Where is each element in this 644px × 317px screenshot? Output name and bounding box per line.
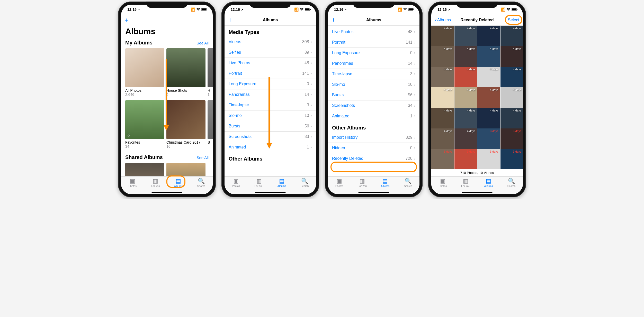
photo-thumbnail[interactable]: 3 days: [477, 128, 500, 151]
add-button[interactable]: +: [125, 16, 129, 24]
list-row-videos[interactable]: Videos 308 ›: [225, 37, 316, 47]
see-all-link[interactable]: See All: [196, 41, 209, 45]
see-all-link[interactable]: See All: [196, 155, 209, 160]
list-row-panoramas[interactable]: Panoramas 14 ›: [328, 58, 419, 69]
photo-thumbnail[interactable]: 3 days: [477, 149, 500, 169]
list-row-slo-mo[interactable]: Slo-mo 10 ›: [328, 79, 419, 90]
album-item[interactable]: House Shots 6: [166, 48, 205, 97]
photo-thumbnail[interactable]: 4 days: [500, 46, 523, 69]
list-row-time-lapse[interactable]: Time-lapse 3 ›: [328, 69, 419, 79]
photo-thumbnail[interactable]: 4 days: [477, 87, 500, 110]
home-indicator[interactable]: [462, 192, 493, 193]
album-item[interactable]: ♡ Favorites 34: [125, 100, 164, 148]
list-row-portrait[interactable]: Portrait 141 ›: [328, 37, 419, 48]
tab-for-you[interactable]: ▥For You: [250, 178, 268, 188]
tab-for-you[interactable]: ▥For You: [147, 178, 165, 188]
battery-icon: [201, 7, 208, 12]
chevron-right-icon: ›: [414, 82, 415, 87]
photo-thumbnail[interactable]: 4 days: [454, 87, 477, 110]
tab-albums[interactable]: ▤Albums: [376, 178, 394, 188]
album-item[interactable]: All Photos 2,646: [125, 48, 164, 97]
days-remaining: 4 days: [444, 68, 452, 71]
chevron-right-icon: ›: [311, 134, 312, 139]
list-row-recently-deleted[interactable]: Recently Deleted 720 ›: [328, 153, 419, 164]
list-row-screenshots[interactable]: Screenshots 34 ›: [328, 100, 419, 111]
add-button[interactable]: +: [332, 16, 335, 24]
photo-thumbnail[interactable]: 3 days: [454, 149, 477, 169]
album-item[interactable]: Christmas Card 2017 16: [166, 100, 205, 148]
photo-thumbnail[interactable]: 4 days: [477, 26, 500, 48]
list-row-long-exposure[interactable]: Long Exposure 0 ›: [225, 79, 316, 89]
photo-thumbnail[interactable]: 3 days: [431, 149, 454, 169]
days-remaining: 4 days: [490, 68, 498, 71]
photo-thumbnail[interactable]: 4 days: [454, 108, 477, 130]
photo-thumbnail[interactable]: 4 days: [431, 26, 454, 48]
nav-bar: +: [121, 14, 213, 26]
list-row-selfies[interactable]: Selfies 89 ›: [225, 47, 316, 58]
list-row-long-exposure[interactable]: Long Exposure 0 ›: [328, 48, 419, 58]
photo-thumbnail[interactable]: 3 days: [500, 128, 523, 151]
photo-thumbnail[interactable]: 4 days: [431, 108, 454, 130]
list-row-animated[interactable]: Animated 1 ›: [328, 111, 419, 121]
days-remaining: 4 days: [444, 27, 452, 30]
home-indicator[interactable]: [255, 192, 286, 193]
heart-icon: ♡: [127, 133, 130, 138]
photo-thumbnail[interactable]: 4 days: [431, 128, 454, 151]
photo-thumbnail[interactable]: 4 days: [500, 26, 523, 48]
photo-thumbnail[interactable]: 4 days: [431, 46, 454, 69]
battery-icon: [408, 7, 414, 12]
tab-search[interactable]: 🔍Search: [503, 178, 521, 188]
list-row-time-lapse[interactable]: Time-lapse 3 ›: [225, 100, 316, 110]
photo-thumbnail[interactable]: 4 days: [454, 67, 477, 89]
photo-thumbnail[interactable]: 4 days: [477, 108, 500, 130]
album-item[interactable]: [166, 163, 205, 176]
nav-bar: + Albums: [225, 14, 316, 26]
list-row-bursts[interactable]: Bursts 56 ›: [328, 90, 419, 100]
list-row-live-photos[interactable]: Live Photos 48 ›: [225, 58, 316, 68]
album-item[interactable]: S: [208, 100, 213, 148]
tab-photos[interactable]: ▣Photos: [227, 178, 245, 188]
tab-search[interactable]: 🔍Search: [296, 178, 314, 188]
album-name: H: [208, 87, 213, 92]
photo-thumbnail[interactable]: 4 days: [477, 46, 500, 69]
add-button[interactable]: +: [228, 16, 232, 24]
photo-thumbnail[interactable]: 3 days: [500, 149, 523, 169]
photo-thumbnail[interactable]: 4 days: [454, 128, 477, 151]
tab-photos[interactable]: ▣Photos: [124, 178, 142, 188]
select-button[interactable]: Select: [508, 18, 519, 22]
tab-search[interactable]: 🔍Search: [192, 178, 210, 188]
list-row-portrait[interactable]: Portrait 141 ›: [225, 68, 316, 79]
tab-search[interactable]: 🔍Search: [399, 178, 417, 188]
photo-thumbnail[interactable]: 4 days: [431, 67, 454, 89]
photo-thumbnail[interactable]: 4 days: [500, 87, 523, 110]
list-row-hidden[interactable]: Hidden 0 ›: [328, 143, 419, 153]
home-indicator[interactable]: [358, 192, 389, 193]
tab-photos[interactable]: ▣Photos: [434, 178, 452, 188]
photo-thumbnail[interactable]: 4 days: [431, 87, 454, 110]
home-indicator[interactable]: [151, 192, 182, 193]
row-count: 0: [410, 146, 413, 150]
list-row-live-photos[interactable]: Live Photos 48 ›: [328, 27, 419, 37]
tab-albums[interactable]: ▤Albums: [169, 178, 187, 188]
photo-thumbnail[interactable]: 4 days: [500, 67, 523, 89]
list-row-animated[interactable]: Animated 1 ›: [225, 142, 316, 152]
tab-for-you[interactable]: ▥For You: [353, 178, 371, 188]
tab-photos[interactable]: ▣Photos: [330, 178, 348, 188]
photo-thumbnail[interactable]: 4 days: [477, 67, 500, 89]
back-button[interactable]: ‹Albums: [435, 17, 451, 23]
album-item[interactable]: [125, 163, 164, 176]
photo-thumbnail[interactable]: 4 days: [454, 26, 477, 48]
row-label: Screenshots: [229, 134, 303, 139]
tab-albums[interactable]: ▤Albums: [480, 178, 498, 188]
list-row-slo-mo[interactable]: Slo-mo 10 ›: [225, 110, 316, 121]
tab-albums[interactable]: ▤Albums: [273, 178, 291, 188]
tab-for-you[interactable]: ▥For You: [457, 178, 475, 188]
list-row-import-history[interactable]: Import History 329 ›: [328, 132, 419, 143]
list-row-bursts[interactable]: Bursts 56 ›: [225, 121, 316, 132]
chevron-left-icon: ‹: [435, 17, 437, 23]
photo-thumbnail[interactable]: 4 days: [500, 108, 523, 130]
list-row-panoramas[interactable]: Panoramas 14 ›: [225, 89, 316, 100]
album-item[interactable]: H 1: [208, 48, 213, 97]
photo-thumbnail[interactable]: 4 days: [454, 46, 477, 69]
list-row-screenshots[interactable]: Screenshots 33 ›: [225, 132, 316, 142]
